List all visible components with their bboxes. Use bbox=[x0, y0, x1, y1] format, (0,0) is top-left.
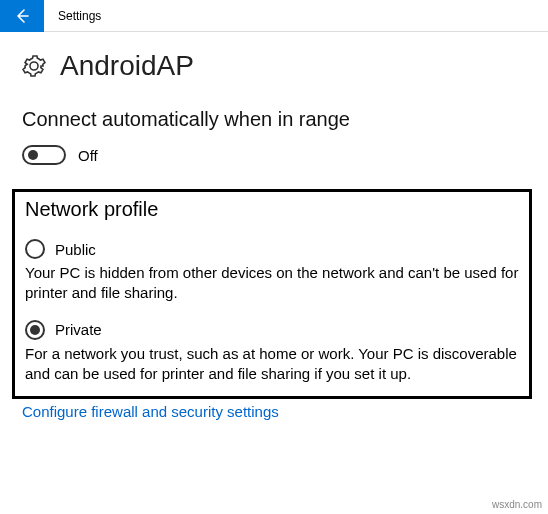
radio-private-circle bbox=[25, 320, 45, 340]
radio-public-desc: Your PC is hidden from other devices on … bbox=[25, 263, 519, 304]
firewall-settings-link[interactable]: Configure firewall and security settings bbox=[22, 403, 279, 420]
window-title: Settings bbox=[58, 9, 101, 23]
toggle-knob bbox=[28, 150, 38, 160]
autoconnect-toggle-label: Off bbox=[78, 147, 98, 164]
network-header: AndroidAP bbox=[22, 50, 526, 82]
network-profile-title: Network profile bbox=[25, 198, 519, 221]
autoconnect-toggle-row: Off bbox=[22, 145, 526, 165]
radio-public[interactable]: Public bbox=[25, 239, 519, 259]
radio-private-desc: For a network you trust, such as at home… bbox=[25, 344, 519, 385]
autoconnect-toggle[interactable] bbox=[22, 145, 66, 165]
network-name: AndroidAP bbox=[60, 50, 194, 82]
radio-private[interactable]: Private bbox=[25, 320, 519, 340]
content-area: AndroidAP Connect automatically when in … bbox=[0, 32, 548, 421]
titlebar: Settings bbox=[0, 0, 548, 32]
watermark: wsxdn.com bbox=[492, 499, 542, 510]
autoconnect-heading: Connect automatically when in range bbox=[22, 108, 526, 131]
radio-public-label: Public bbox=[55, 241, 96, 258]
radio-private-dot bbox=[30, 325, 40, 335]
radio-private-label: Private bbox=[55, 321, 102, 338]
radio-public-circle bbox=[25, 239, 45, 259]
gear-icon bbox=[22, 54, 46, 78]
back-arrow-icon bbox=[14, 8, 30, 24]
network-profile-box: Network profile Public Your PC is hidden… bbox=[12, 189, 532, 399]
back-button[interactable] bbox=[0, 0, 44, 32]
